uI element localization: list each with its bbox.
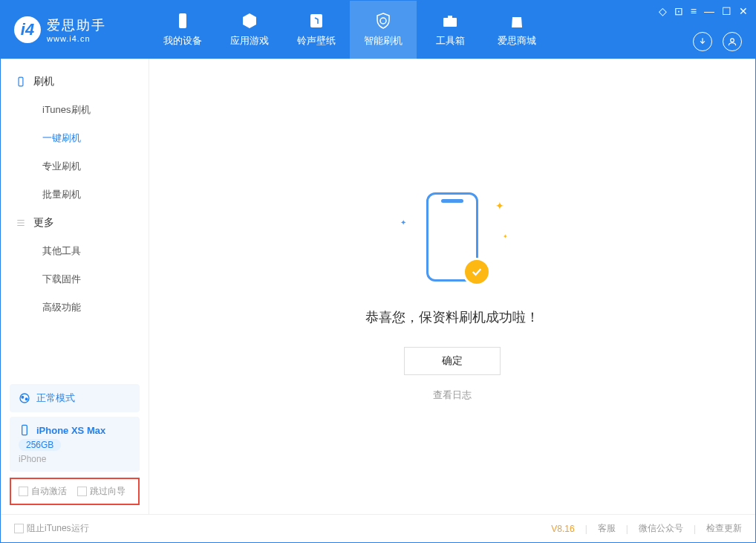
checkmark-badge-icon bbox=[463, 258, 491, 286]
sparkle-icon: ✦ bbox=[503, 233, 508, 240]
mode-label: 正常模式 bbox=[36, 391, 75, 405]
minimize-icon[interactable]: — bbox=[704, 5, 714, 17]
nav-tabs: 我的设备 应用游戏 铃声壁纸 智能刷机 工具箱 爱思商城 bbox=[149, 1, 550, 59]
phone-outline-icon bbox=[16, 77, 26, 87]
sparkle-icon: ✦ bbox=[400, 218, 406, 227]
feedback-icon[interactable]: ⊡ bbox=[674, 5, 683, 17]
window-bottom-controls bbox=[693, 32, 742, 51]
window-top-controls: ◇ ⊡ ≡ — ☐ ✕ bbox=[659, 5, 748, 17]
svg-rect-0 bbox=[179, 13, 186, 28]
ok-button[interactable]: 确定 bbox=[404, 347, 501, 375]
logo-icon: i4 bbox=[14, 16, 41, 43]
checkbox-skip-guide[interactable]: 跳过向导 bbox=[77, 485, 126, 498]
svg-point-6 bbox=[20, 394, 29, 403]
device-icon bbox=[19, 424, 30, 436]
version-label: V8.16 bbox=[551, 524, 574, 534]
sidebar-item-advanced[interactable]: 高级功能 bbox=[1, 293, 149, 322]
app-logo: i4 爱思助手 www.i4.cn bbox=[1, 16, 149, 43]
close-icon[interactable]: ✕ bbox=[739, 5, 748, 17]
svg-rect-1 bbox=[310, 14, 322, 27]
svg-rect-2 bbox=[443, 18, 457, 27]
view-log-link[interactable]: 查看日志 bbox=[433, 388, 472, 402]
tab-apps[interactable]: 应用游戏 bbox=[216, 1, 283, 59]
success-message: 恭喜您，保资料刷机成功啦！ bbox=[365, 308, 539, 326]
check-update-link[interactable]: 检查更新 bbox=[706, 522, 742, 535]
svg-rect-5 bbox=[19, 77, 23, 86]
sparkle-icon: ✦ bbox=[495, 200, 504, 212]
phone-icon bbox=[174, 12, 192, 30]
tab-ringtone[interactable]: 铃声壁纸 bbox=[283, 1, 350, 59]
app-name: 爱思助手 bbox=[47, 16, 106, 34]
refresh-shield-icon bbox=[374, 12, 392, 30]
device-name: iPhone XS Max bbox=[36, 425, 105, 436]
svg-point-4 bbox=[731, 39, 734, 42]
flash-options-box: 自动激活 跳过向导 bbox=[10, 478, 140, 505]
success-illustration: ✦ ✦ ✦ bbox=[385, 192, 519, 282]
sidebar-item-other[interactable]: 其他工具 bbox=[1, 237, 149, 265]
skin-icon[interactable]: ◇ bbox=[659, 5, 667, 17]
support-link[interactable]: 客服 bbox=[598, 522, 616, 535]
svg-point-7 bbox=[22, 396, 24, 398]
sidebar-item-batch[interactable]: 批量刷机 bbox=[1, 181, 149, 209]
cube-icon bbox=[241, 12, 258, 30]
music-icon bbox=[307, 12, 325, 30]
svg-rect-9 bbox=[22, 425, 27, 435]
statusbar: 阻止iTunes运行 V8.16 | 客服 | 微信公众号 | 检查更新 bbox=[1, 514, 755, 542]
sidebar-item-pro[interactable]: 专业刷机 bbox=[1, 152, 149, 181]
mode-box[interactable]: 正常模式 bbox=[10, 384, 140, 412]
menu-icon[interactable]: ≡ bbox=[691, 5, 697, 17]
list-icon bbox=[16, 218, 26, 228]
sidebar-item-oneclick[interactable]: 一键刷机 bbox=[1, 124, 149, 152]
device-box[interactable]: iPhone XS Max 256GB iPhone bbox=[10, 417, 140, 472]
checkbox-auto-activate[interactable]: 自动激活 bbox=[19, 485, 67, 498]
briefcase-icon bbox=[441, 12, 459, 30]
mode-icon bbox=[19, 392, 30, 404]
sidebar-item-firmware[interactable]: 下载固件 bbox=[1, 265, 149, 293]
sidebar-group-flash: 刷机 bbox=[1, 68, 149, 96]
maximize-icon[interactable]: ☐ bbox=[722, 5, 731, 17]
tab-toolbox[interactable]: 工具箱 bbox=[417, 1, 483, 59]
sidebar-group-more: 更多 bbox=[1, 209, 149, 237]
main-content: ✦ ✦ ✦ 恭喜您，保资料刷机成功啦！ 确定 查看日志 bbox=[149, 59, 755, 514]
device-storage-badge: 256GB bbox=[19, 439, 61, 451]
svg-point-8 bbox=[25, 398, 27, 400]
svg-rect-3 bbox=[448, 16, 452, 18]
app-url: www.i4.cn bbox=[47, 34, 106, 43]
sidebar: 刷机 iTunes刷机 一键刷机 专业刷机 批量刷机 更多 其他工具 下载固件 … bbox=[1, 59, 149, 514]
download-icon[interactable] bbox=[693, 32, 712, 51]
titlebar: i4 爱思助手 www.i4.cn 我的设备 应用游戏 铃声壁纸 智能刷机 工具… bbox=[1, 1, 755, 59]
checkbox-block-itunes[interactable]: 阻止iTunes运行 bbox=[14, 522, 89, 535]
tab-flash[interactable]: 智能刷机 bbox=[350, 1, 417, 59]
tab-device[interactable]: 我的设备 bbox=[149, 1, 216, 59]
sidebar-item-itunes[interactable]: iTunes刷机 bbox=[1, 96, 149, 124]
wechat-link[interactable]: 微信公众号 bbox=[639, 522, 683, 535]
bag-icon bbox=[508, 12, 526, 30]
tab-store[interactable]: 爱思商城 bbox=[483, 1, 550, 59]
device-type: iPhone bbox=[19, 454, 46, 464]
user-icon[interactable] bbox=[723, 32, 742, 51]
